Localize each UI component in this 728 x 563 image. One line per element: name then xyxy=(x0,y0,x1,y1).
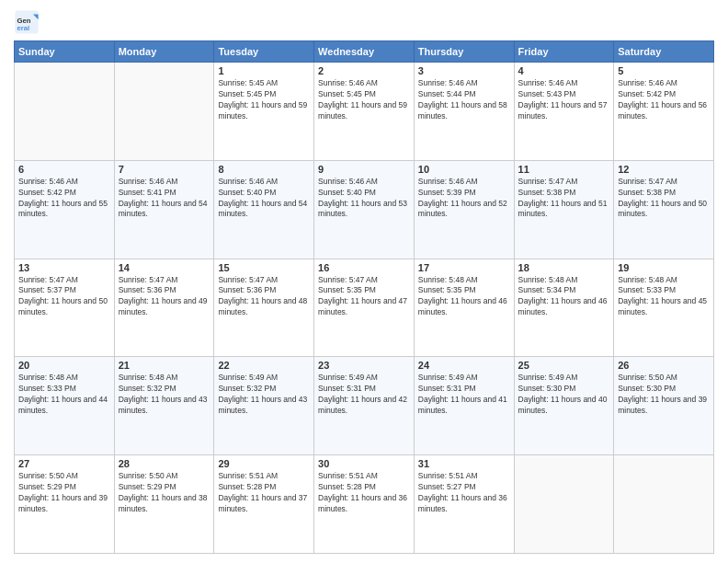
calendar-cell: 17Sunrise: 5:48 AMSunset: 5:35 PMDayligh… xyxy=(414,259,514,357)
day-number: 26 xyxy=(618,360,710,371)
day-number: 16 xyxy=(318,262,410,273)
logo: Gen eral xyxy=(14,9,43,35)
calendar-cell: 2Sunrise: 5:46 AMSunset: 5:45 PMDaylight… xyxy=(314,63,415,161)
day-info: Sunrise: 5:47 AMSunset: 5:36 PMDaylight:… xyxy=(119,275,210,319)
day-number: 30 xyxy=(318,458,410,469)
calendar-header-wednesday: Wednesday xyxy=(314,41,415,63)
day-info: Sunrise: 5:45 AMSunset: 5:45 PMDaylight:… xyxy=(218,78,310,122)
day-number: 29 xyxy=(218,458,310,469)
day-info: Sunrise: 5:49 AMSunset: 5:31 PMDaylight:… xyxy=(418,373,510,417)
day-info: Sunrise: 5:48 AMSunset: 5:34 PMDaylight:… xyxy=(518,275,610,319)
calendar-cell: 15Sunrise: 5:47 AMSunset: 5:36 PMDayligh… xyxy=(214,259,314,357)
day-number: 3 xyxy=(418,65,510,76)
day-number: 1 xyxy=(218,65,310,76)
calendar-cell: 10Sunrise: 5:46 AMSunset: 5:39 PMDayligh… xyxy=(414,160,514,259)
day-number: 23 xyxy=(318,360,410,371)
page: Gen eral SundayMondayTuesdayWednesdayThu… xyxy=(0,0,728,563)
day-number: 4 xyxy=(518,65,610,76)
day-info: Sunrise: 5:50 AMSunset: 5:29 PMDaylight:… xyxy=(119,471,210,515)
day-number: 18 xyxy=(518,262,610,273)
day-number: 11 xyxy=(518,164,610,175)
day-number: 25 xyxy=(518,360,610,371)
day-info: Sunrise: 5:46 AMSunset: 5:40 PMDaylight:… xyxy=(318,177,410,221)
calendar-cell: 8Sunrise: 5:46 AMSunset: 5:40 PMDaylight… xyxy=(214,160,314,259)
calendar-cell: 14Sunrise: 5:47 AMSunset: 5:36 PMDayligh… xyxy=(114,259,214,357)
day-number: 21 xyxy=(119,360,210,371)
day-number: 24 xyxy=(418,360,510,371)
calendar-cell: 31Sunrise: 5:51 AMSunset: 5:27 PMDayligh… xyxy=(414,455,514,554)
calendar-cell: 26Sunrise: 5:50 AMSunset: 5:30 PMDayligh… xyxy=(614,357,714,455)
calendar-cell: 28Sunrise: 5:50 AMSunset: 5:29 PMDayligh… xyxy=(114,455,214,554)
calendar-cell xyxy=(114,63,214,161)
day-info: Sunrise: 5:51 AMSunset: 5:28 PMDaylight:… xyxy=(218,471,310,515)
day-info: Sunrise: 5:48 AMSunset: 5:32 PMDaylight:… xyxy=(119,373,210,417)
day-number: 13 xyxy=(18,262,110,273)
day-info: Sunrise: 5:48 AMSunset: 5:35 PMDaylight:… xyxy=(418,275,510,319)
calendar-cell: 23Sunrise: 5:49 AMSunset: 5:31 PMDayligh… xyxy=(314,357,415,455)
day-info: Sunrise: 5:49 AMSunset: 5:32 PMDaylight:… xyxy=(218,373,310,417)
day-number: 5 xyxy=(618,65,710,76)
day-info: Sunrise: 5:51 AMSunset: 5:27 PMDaylight:… xyxy=(418,471,510,515)
day-number: 6 xyxy=(18,164,110,175)
calendar-cell: 27Sunrise: 5:50 AMSunset: 5:29 PMDayligh… xyxy=(15,455,115,554)
day-number: 28 xyxy=(119,458,210,469)
day-info: Sunrise: 5:46 AMSunset: 5:43 PMDaylight:… xyxy=(518,78,610,122)
day-info: Sunrise: 5:49 AMSunset: 5:31 PMDaylight:… xyxy=(318,373,410,417)
day-number: 7 xyxy=(119,164,210,175)
calendar-cell: 18Sunrise: 5:48 AMSunset: 5:34 PMDayligh… xyxy=(514,259,614,357)
calendar-week-row: 1Sunrise: 5:45 AMSunset: 5:45 PMDaylight… xyxy=(15,63,714,161)
day-info: Sunrise: 5:49 AMSunset: 5:30 PMDaylight:… xyxy=(518,373,610,417)
day-number: 20 xyxy=(18,360,110,371)
day-number: 2 xyxy=(318,65,410,76)
calendar-header-row: SundayMondayTuesdayWednesdayThursdayFrid… xyxy=(15,41,714,63)
logo-icon: Gen eral xyxy=(14,9,40,35)
day-info: Sunrise: 5:46 AMSunset: 5:45 PMDaylight:… xyxy=(318,78,410,122)
day-number: 15 xyxy=(218,262,310,273)
calendar-header-sunday: Sunday xyxy=(15,41,115,63)
calendar-cell: 25Sunrise: 5:49 AMSunset: 5:30 PMDayligh… xyxy=(514,357,614,455)
calendar-cell: 13Sunrise: 5:47 AMSunset: 5:37 PMDayligh… xyxy=(15,259,115,357)
day-info: Sunrise: 5:50 AMSunset: 5:30 PMDaylight:… xyxy=(618,373,710,417)
day-number: 10 xyxy=(418,164,510,175)
day-info: Sunrise: 5:46 AMSunset: 5:41 PMDaylight:… xyxy=(119,177,210,221)
calendar-week-row: 13Sunrise: 5:47 AMSunset: 5:37 PMDayligh… xyxy=(15,259,714,357)
day-info: Sunrise: 5:51 AMSunset: 5:28 PMDaylight:… xyxy=(318,471,410,515)
day-number: 9 xyxy=(318,164,410,175)
calendar-header-friday: Friday xyxy=(514,41,614,63)
day-info: Sunrise: 5:48 AMSunset: 5:33 PMDaylight:… xyxy=(618,275,710,319)
calendar-week-row: 27Sunrise: 5:50 AMSunset: 5:29 PMDayligh… xyxy=(15,455,714,554)
calendar-cell: 4Sunrise: 5:46 AMSunset: 5:43 PMDaylight… xyxy=(514,63,614,161)
day-info: Sunrise: 5:46 AMSunset: 5:40 PMDaylight:… xyxy=(218,177,310,221)
calendar-cell: 5Sunrise: 5:46 AMSunset: 5:42 PMDaylight… xyxy=(614,63,714,161)
calendar-header-thursday: Thursday xyxy=(414,41,514,63)
day-info: Sunrise: 5:46 AMSunset: 5:42 PMDaylight:… xyxy=(18,177,110,221)
calendar-cell: 29Sunrise: 5:51 AMSunset: 5:28 PMDayligh… xyxy=(214,455,314,554)
calendar-week-row: 6Sunrise: 5:46 AMSunset: 5:42 PMDaylight… xyxy=(15,160,714,259)
day-number: 17 xyxy=(418,262,510,273)
day-info: Sunrise: 5:47 AMSunset: 5:35 PMDaylight:… xyxy=(318,275,410,319)
day-info: Sunrise: 5:47 AMSunset: 5:37 PMDaylight:… xyxy=(18,275,110,319)
day-info: Sunrise: 5:48 AMSunset: 5:33 PMDaylight:… xyxy=(18,373,110,417)
calendar-cell: 7Sunrise: 5:46 AMSunset: 5:41 PMDaylight… xyxy=(114,160,214,259)
day-info: Sunrise: 5:46 AMSunset: 5:42 PMDaylight:… xyxy=(618,78,710,122)
day-info: Sunrise: 5:50 AMSunset: 5:29 PMDaylight:… xyxy=(18,471,110,515)
day-info: Sunrise: 5:46 AMSunset: 5:39 PMDaylight:… xyxy=(418,177,510,221)
calendar-cell: 22Sunrise: 5:49 AMSunset: 5:32 PMDayligh… xyxy=(214,357,314,455)
svg-text:eral: eral xyxy=(17,24,30,32)
calendar-cell: 9Sunrise: 5:46 AMSunset: 5:40 PMDaylight… xyxy=(314,160,415,259)
calendar-table: SundayMondayTuesdayWednesdayThursdayFrid… xyxy=(14,40,714,554)
calendar-header-saturday: Saturday xyxy=(614,41,714,63)
calendar-week-row: 20Sunrise: 5:48 AMSunset: 5:33 PMDayligh… xyxy=(15,357,714,455)
calendar-cell: 3Sunrise: 5:46 AMSunset: 5:44 PMDaylight… xyxy=(414,63,514,161)
calendar-cell: 16Sunrise: 5:47 AMSunset: 5:35 PMDayligh… xyxy=(314,259,415,357)
calendar-header-monday: Monday xyxy=(114,41,214,63)
day-number: 19 xyxy=(618,262,710,273)
day-info: Sunrise: 5:47 AMSunset: 5:36 PMDaylight:… xyxy=(218,275,310,319)
day-number: 14 xyxy=(119,262,210,273)
calendar-cell xyxy=(15,63,115,161)
calendar-cell: 21Sunrise: 5:48 AMSunset: 5:32 PMDayligh… xyxy=(114,357,214,455)
day-info: Sunrise: 5:46 AMSunset: 5:44 PMDaylight:… xyxy=(418,78,510,122)
calendar-cell xyxy=(614,455,714,554)
day-info: Sunrise: 5:47 AMSunset: 5:38 PMDaylight:… xyxy=(618,177,710,221)
calendar-cell: 11Sunrise: 5:47 AMSunset: 5:38 PMDayligh… xyxy=(514,160,614,259)
